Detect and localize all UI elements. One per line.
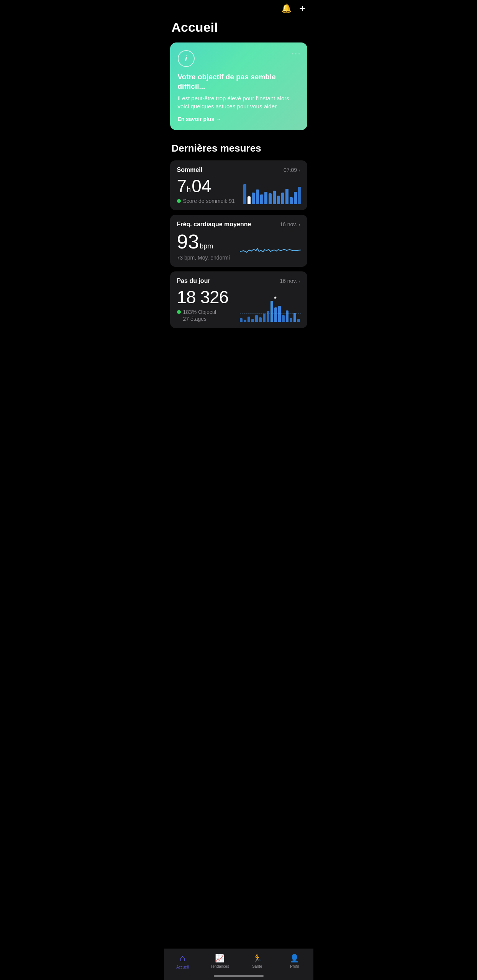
heartrate-card[interactable]: Fréq. cardiaque moyenne 16 nov. › 93 bpm… (170, 215, 307, 267)
steps-date[interactable]: 16 nov. › (280, 278, 300, 284)
section-title-latest: Dernières mesures (164, 142, 313, 160)
steps-dot-icon (177, 310, 181, 314)
notification-icon[interactable]: 🔔 (281, 3, 292, 13)
banner-learn-more-link[interactable]: En savoir plus → (178, 116, 221, 122)
steps-chart: ★ (240, 297, 301, 322)
status-bar: 🔔 + (164, 0, 313, 17)
sleep-card[interactable]: Sommeil 07:09 › 7 h 04 Score de sommeil:… (170, 160, 307, 210)
sleep-date[interactable]: 07:09 › (284, 167, 300, 173)
heartrate-chevron-icon: › (298, 222, 300, 227)
banner-menu-button[interactable]: ··· (292, 49, 301, 59)
metrics-list: Sommeil 07:09 › 7 h 04 Score de sommeil:… (164, 160, 313, 328)
page-title: Accueil (164, 17, 313, 42)
banner-title: Votre objectif de pas semble difficil... (178, 72, 300, 91)
sleep-chart (243, 181, 301, 204)
banner-description: Il est peut-être trop élevé pour l'insta… (178, 94, 300, 110)
banner-card: i ··· Votre objectif de pas semble diffi… (170, 42, 307, 130)
sleep-dot-icon (177, 199, 181, 203)
sleep-chevron-icon: › (298, 167, 300, 173)
steps-title: Pas du jour (177, 278, 210, 284)
heartrate-chart (240, 240, 301, 261)
steps-chevron-icon: › (298, 278, 300, 284)
sleep-title: Sommeil (177, 167, 203, 173)
heartrate-title: Fréq. cardiaque moyenne (177, 221, 251, 228)
info-icon: i (178, 50, 195, 67)
steps-card[interactable]: Pas du jour 16 nov. › 18 326 183% Object… (170, 271, 307, 328)
heartrate-date[interactable]: 16 nov. › (280, 221, 300, 227)
add-icon[interactable]: + (299, 2, 305, 15)
